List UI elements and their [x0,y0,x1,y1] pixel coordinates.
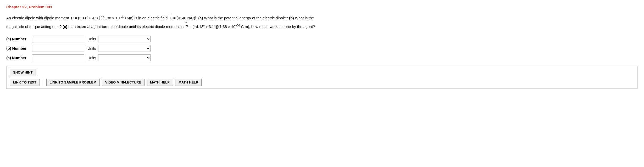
e-vector-symbol: E [169,13,172,21]
math-help-button-2[interactable]: MATH HELP [175,79,202,86]
video-mini-lecture-button[interactable]: VIDEO MINI-LECTURE [102,79,145,86]
units-label-c: Units [87,56,96,60]
problem-intro: An electric dipole with dipole moment [6,16,70,20]
label-a: (a) Number [6,37,30,41]
answers-section: (a) Number Units (b) Number Units (c) Nu… [6,36,638,61]
problem-e-values: = (4140 N/C)î. (a) What is the potential… [172,16,314,20]
p2-vector-symbol: P [185,21,188,30]
units-select-c[interactable] [98,54,151,61]
chapter-title: Chapter 22, Problem 083 [6,5,638,9]
link-to-text-button[interactable]: LINK TO TEXT [10,79,40,86]
units-label-a: Units [87,37,96,41]
problem-p-values: = (3.11î + 4.18ĵ )(1.38 × 10−30 C·m) is … [74,16,169,20]
number-input-b[interactable] [32,45,84,52]
link-to-sample-button[interactable]: LINK TO SAMPLE PROBLEM [46,79,100,86]
p-vector-symbol: P [70,13,74,21]
show-hint-row: SHOW HINT [10,69,634,76]
divider-1 [43,79,43,86]
label-c: (c) Number [6,56,30,60]
math-help-button-1[interactable]: MATH HELP [147,79,173,86]
answer-row-c: (c) Number Units [6,54,638,61]
number-input-c[interactable] [32,54,84,61]
units-select-b[interactable] [98,45,151,52]
links-row: LINK TO TEXT LINK TO SAMPLE PROBLEM VIDE… [10,79,634,86]
units-label-b: Units [87,46,96,51]
bottom-section: SHOW HINT LINK TO TEXT LINK TO SAMPLE PR… [6,66,638,89]
show-hint-button[interactable]: SHOW HINT [10,69,36,76]
problem-text: An electric dipole with dipole moment P … [6,13,373,30]
answer-row-b: (b) Number Units [6,45,638,52]
number-input-a[interactable] [32,36,84,42]
answer-row-a: (a) Number Units [6,36,638,42]
problem-p2-values: = (−4.18î + 3.11ĵ)(1.38 × 10−30 C·m), ho… [188,25,315,29]
problem-line2: magnitude of torque acting on it? (c) If… [6,25,185,29]
units-select-a[interactable] [98,36,151,42]
label-b: (b) Number [6,46,30,51]
